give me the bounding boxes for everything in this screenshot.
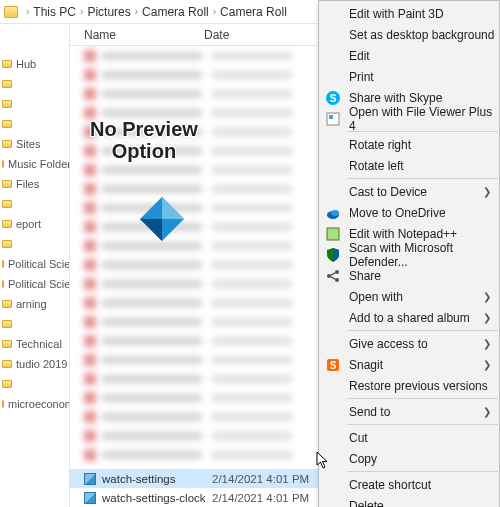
breadcrumb-pictures[interactable]: Pictures — [87, 5, 130, 19]
sidebar-item[interactable] — [0, 114, 69, 134]
file-date: 2/14/2021 4:01 PM — [212, 473, 327, 485]
menu-item-label: Set as desktop background — [349, 28, 494, 42]
image-file-icon — [84, 492, 96, 504]
sidebar-item[interactable]: Music Folder — [0, 154, 69, 174]
breadcrumb-root[interactable]: This PC — [33, 5, 76, 19]
menu-item-label: Snagit — [349, 358, 383, 372]
chevron-right-icon: ❯ — [483, 406, 491, 417]
menu-item-rotate-right[interactable]: Rotate right — [319, 134, 499, 155]
sidebar-item[interactable]: Files — [0, 174, 69, 194]
folder-icon — [2, 200, 12, 208]
menu-item-set-as-desktop-background[interactable]: Set as desktop background — [319, 24, 499, 45]
menu-item-share[interactable]: Share — [319, 265, 499, 286]
sidebar-item[interactable]: Sites — [0, 134, 69, 154]
snagit-icon: S — [325, 357, 341, 373]
breadcrumb-camera-roll-1[interactable]: Camera Roll — [142, 5, 209, 19]
folder-icon — [2, 300, 12, 308]
sidebar-item[interactable] — [0, 74, 69, 94]
sidebar-item-label: Sites — [16, 138, 40, 150]
sidebar-item[interactable] — [0, 194, 69, 214]
menu-item-cut[interactable]: Cut — [319, 427, 499, 448]
menu-item-scan-with-microsoft-defender[interactable]: Scan with Microsoft Defender... — [319, 244, 499, 265]
menu-item-restore-previous-versions[interactable]: Restore previous versions — [319, 375, 499, 396]
sidebar-item[interactable]: Hub — [0, 54, 69, 74]
menu-item-create-shortcut[interactable]: Create shortcut — [319, 474, 499, 495]
share-icon — [325, 268, 341, 284]
menu-item-label: Print — [349, 70, 374, 84]
folder-icon — [2, 140, 12, 148]
folder-icon — [2, 260, 4, 268]
folder-icon — [2, 60, 12, 68]
sidebar-item-label: Hub — [16, 58, 36, 70]
sidebar-item[interactable]: arning — [0, 294, 69, 314]
menu-item-rotate-left[interactable]: Rotate left — [319, 155, 499, 176]
menu-item-edit[interactable]: Edit — [319, 45, 499, 66]
folder-icon — [2, 160, 4, 168]
menu-item-label: Rotate left — [349, 159, 404, 173]
sidebar-item[interactable]: tudio 2019 — [0, 354, 69, 374]
chevron-right-icon: › — [26, 6, 29, 17]
menu-item-print[interactable]: Print — [319, 66, 499, 87]
menu-item-label: Share — [349, 269, 381, 283]
sidebar-item[interactable]: microeconom — [0, 394, 69, 414]
svg-line-15 — [331, 276, 336, 279]
notepadpp-icon — [325, 226, 341, 242]
menu-item-open-with-file-viewer-plus-4[interactable]: Open with File Viewer Plus 4 — [319, 108, 499, 129]
sidebar-item-label: Political Scien — [8, 278, 70, 290]
menu-item-give-access-to[interactable]: Give access to❯ — [319, 333, 499, 354]
sidebar-item-label: Political Scien — [8, 258, 70, 270]
folder-icon — [2, 400, 4, 408]
sidebar-item[interactable] — [0, 234, 69, 254]
sidebar-item[interactable]: Political Scien — [0, 274, 69, 294]
svg-point-12 — [335, 270, 339, 274]
sidebar-item-label: eport — [16, 218, 41, 230]
folder-icon — [2, 100, 12, 108]
breadcrumb-camera-roll-2[interactable]: Camera Roll — [220, 5, 287, 19]
menu-separator — [347, 330, 498, 331]
sidebar-item[interactable]: Political Scien — [0, 254, 69, 274]
menu-item-add-to-a-shared-album[interactable]: Add to a shared album❯ — [319, 307, 499, 328]
sidebar-item-label: Music Folder — [8, 158, 70, 170]
image-file-icon — [84, 473, 96, 485]
folder-icon — [2, 380, 12, 388]
folder-icon — [2, 220, 12, 228]
sidebar-item-label: microeconom — [8, 398, 70, 410]
svg-text:S: S — [330, 360, 337, 371]
sidebar-item-label: arning — [16, 298, 47, 310]
menu-item-label: Move to OneDrive — [349, 206, 446, 220]
menu-item-label: Edit — [349, 49, 370, 63]
menu-item-open-with[interactable]: Open with❯ — [319, 286, 499, 307]
folder-icon — [2, 180, 12, 188]
menu-item-label: Add to a shared album — [349, 311, 470, 325]
svg-line-14 — [331, 272, 336, 275]
column-name[interactable]: Name — [84, 28, 204, 42]
sidebar-item[interactable]: eport — [0, 214, 69, 234]
column-date[interactable]: Date — [204, 28, 334, 42]
chevron-right-icon: ❯ — [483, 186, 491, 197]
menu-item-cast-to-device[interactable]: Cast to Device❯ — [319, 181, 499, 202]
menu-item-edit-with-paint-3d[interactable]: Edit with Paint 3D — [319, 3, 499, 24]
sidebar-item[interactable]: Technical — [0, 334, 69, 354]
menu-item-move-to-onedrive[interactable]: Move to OneDrive — [319, 202, 499, 223]
menu-item-send-to[interactable]: Send to❯ — [319, 401, 499, 422]
menu-item-copy[interactable]: Copy — [319, 448, 499, 469]
folder-icon — [2, 120, 12, 128]
sidebar-item[interactable] — [0, 314, 69, 334]
menu-item-delete[interactable]: Delete — [319, 495, 499, 507]
context-menu: Edit with Paint 3DSet as desktop backgro… — [318, 0, 500, 507]
menu-item-label: Restore previous versions — [349, 379, 488, 393]
sidebar-item[interactable] — [0, 94, 69, 114]
svg-text:S: S — [330, 93, 337, 104]
svg-rect-9 — [327, 228, 339, 240]
sidebar-item-label: tudio 2019 — [16, 358, 67, 370]
chevron-right-icon: › — [80, 6, 83, 17]
fileviewer-icon — [325, 111, 341, 127]
onedrive-icon — [325, 205, 341, 221]
menu-item-snagit[interactable]: SSnagit❯ — [319, 354, 499, 375]
menu-item-label: Cast to Device — [349, 185, 427, 199]
menu-separator — [347, 424, 498, 425]
menu-item-label: Edit with Paint 3D — [349, 7, 444, 21]
menu-separator — [347, 471, 498, 472]
sidebar-item[interactable] — [0, 374, 69, 394]
menu-item-label: Create shortcut — [349, 478, 431, 492]
